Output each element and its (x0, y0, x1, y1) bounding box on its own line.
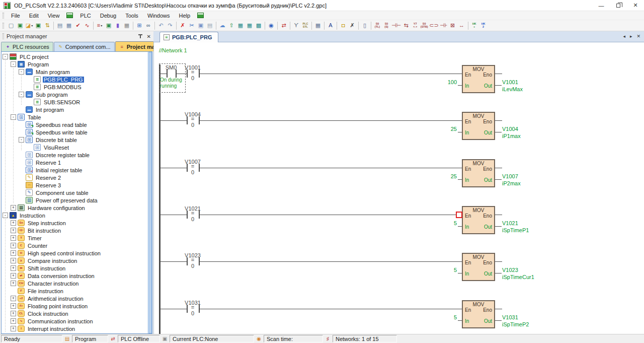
tree-item-initial-register-table[interactable]: ⊞Initial register table (2, 166, 147, 174)
menu-edit[interactable]: Edit (25, 12, 43, 20)
tree-item-table[interactable]: -⊞Table (2, 113, 147, 121)
copy-button[interactable]: ▣ (196, 21, 205, 30)
download-run-button[interactable]: ⇧ (227, 21, 236, 30)
menu-tools[interactable]: Tools (121, 12, 143, 20)
print-button[interactable]: ▦ (64, 21, 73, 30)
tree-expander-icon[interactable]: - (11, 114, 16, 120)
menu-debug[interactable]: Debug (96, 12, 121, 20)
tree-item-communication-instruction[interactable]: +∿Communication instruction (2, 317, 147, 325)
tree-expander-icon[interactable]: + (11, 228, 16, 233)
paste-button[interactable]: ▤ (205, 21, 214, 30)
tree-item-pgb-plc-prg[interactable]: ≣PGB:PLC_PRG (2, 76, 147, 83)
edit-chart-button[interactable]: ∿ (83, 21, 92, 30)
tree-item-high-speed-control-instruction[interactable]: +HHigh speed control instruction (2, 249, 147, 257)
font-button[interactable]: A (326, 21, 335, 30)
tree-expander-icon[interactable]: - (19, 92, 24, 97)
monitor-table2-button[interactable]: ▦ (245, 21, 254, 30)
tree-item-speedbus-write-table[interactable]: ⊞Speedbus write table (2, 128, 147, 136)
menu-plc[interactable]: PLC (75, 12, 95, 20)
tree-item-step-instruction[interactable]: +SnStep instruction (2, 219, 147, 227)
tree-item-counter[interactable]: +CCounter (2, 242, 147, 249)
tree-item-int-program[interactable]: ▬Int program (2, 106, 147, 113)
display-button[interactable]: ▦ (122, 21, 131, 30)
tree-expander-icon[interactable]: + (11, 258, 16, 263)
tree-expander-icon[interactable]: + (11, 243, 16, 248)
save-button[interactable]: ▣ (34, 21, 43, 30)
new-project-button[interactable]: ▣ (16, 21, 25, 30)
stl-stb-button[interactable]: S0(STB) (420, 21, 429, 30)
insert-element-button[interactable]: ↔ (457, 21, 466, 30)
tree-item-component-use-table[interactable]: ✎Component use table (2, 189, 147, 196)
stl-s-button[interactable]: S0(S) (382, 21, 391, 30)
wire-tool-button[interactable]: Ƴ (292, 21, 301, 30)
tree-item-hardware-configuration[interactable]: +▦Hardware configuration (2, 204, 147, 212)
tree-item-file-instruction[interactable]: FFile instruction (2, 287, 147, 295)
tree-item-arithmetical-instruction[interactable]: ++2Arithmetical instruction (2, 295, 147, 302)
menu-help[interactable]: Help (175, 12, 195, 20)
pin-icon[interactable] (138, 34, 143, 39)
check-program-button[interactable]: ✔ (73, 21, 83, 30)
delete-network-button[interactable]: ✗ (348, 21, 357, 30)
mov-block[interactable]: MOVEnEnoInOut (462, 300, 495, 328)
redo-button[interactable]: ↷ (166, 21, 175, 30)
tree-scrollbar-thumb[interactable] (148, 52, 152, 333)
tree-item-program[interactable]: -▦Program (2, 60, 147, 68)
coil-y-button[interactable]: Y7< > (411, 21, 420, 30)
tree-expander-icon[interactable]: - (19, 69, 24, 75)
mov-block[interactable]: MOVEnEnoInOut (462, 112, 495, 140)
tree-expander-icon[interactable]: + (11, 265, 16, 271)
sidebar-close-icon[interactable]: ✕ (147, 34, 151, 39)
io-wiring-button[interactable]: ⇄ (279, 21, 288, 30)
contact-no-button[interactable]: ⊣⊢ (391, 21, 401, 30)
program-library-button[interactable]: ≡▾ (95, 21, 104, 30)
tree-item-character-instruction[interactable]: +CHCharacter instruction (2, 280, 147, 287)
mov-block[interactable]: MOVEnEnoInOut (462, 65, 495, 93)
monitor-table3-button[interactable]: ▩ (254, 21, 263, 30)
plc-window-icon[interactable] (66, 13, 73, 18)
stl-tl-button[interactable]: S0(TL) (373, 21, 382, 30)
tree-item-reserve-2[interactable]: ✎Reserve 2 (2, 174, 147, 181)
ladder-editor[interactable]: //Network 1 SM0On duringrunningV1001=0MO… (153, 42, 644, 334)
tree-item-reserve-3[interactable]: ▭Reserve 3 (2, 181, 147, 189)
tab-next-icon[interactable]: ▸ (630, 34, 632, 39)
tree-item-interrupt-instruction[interactable]: +IInterrupt instruction (2, 325, 147, 332)
tree-expander-icon[interactable]: + (11, 303, 16, 309)
menu-windows[interactable]: Windows (143, 12, 175, 20)
new-file-button[interactable]: ▢ (7, 21, 16, 30)
batch-monitor-button[interactable]: ▦ (313, 21, 323, 30)
tree-expander-icon[interactable]: - (11, 61, 16, 67)
tree-expander-icon[interactable]: + (11, 235, 16, 241)
hk-edit-button[interactable]: HK2 (479, 21, 488, 30)
tree-expander-icon[interactable]: - (3, 54, 8, 59)
tree-item-pgb-modbus[interactable]: ≣PGB:MODBUS (2, 83, 147, 91)
tree-expander-icon[interactable]: + (11, 250, 16, 256)
hardware-monitor-button[interactable]: ▣ (104, 21, 113, 30)
cut-button[interactable]: ✂ (187, 21, 196, 30)
sidebar-tab-component-com[interactable]: ✎Component com... (54, 42, 115, 51)
tree-item-discrete-register-table[interactable]: ⊞Discrete register table (2, 151, 147, 159)
undo-button[interactable]: ↶ (156, 21, 166, 30)
print-preview-button[interactable]: ▤ (55, 21, 64, 30)
tree-item-discrete-bit-table[interactable]: -⊞Discrete bit table (2, 136, 147, 144)
minimize-button[interactable]: — (593, 0, 610, 11)
delete-button[interactable]: ✗ (178, 21, 187, 30)
tree-item-clock-instruction[interactable]: +CLClock instruction (2, 310, 147, 317)
restore-button[interactable] (610, 0, 627, 11)
tree-expander-icon[interactable]: + (11, 273, 16, 279)
tree-item-bit-instruction[interactable]: +⊣⊢Bit instruction (2, 227, 147, 234)
mov-block[interactable]: MOVEnEnoInOut (462, 206, 495, 234)
memory-card-button[interactable]: ▮ (113, 21, 122, 30)
monitor-table1-button[interactable]: ▦ (236, 21, 245, 30)
menu-view[interactable]: View (43, 12, 64, 20)
close-button[interactable]: ✕ (627, 0, 644, 11)
tree-item-speedbus-read-table[interactable]: ⊞Speedbus read table (2, 121, 147, 128)
coil-out-button[interactable]: ⊂⊃ (429, 21, 439, 30)
tree-expander-icon[interactable]: + (11, 296, 16, 301)
mov-block[interactable]: MOVEnEnoInOut (462, 253, 495, 281)
tree-item-visureset[interactable]: ⊞VisuReset (2, 144, 147, 151)
tab-prev-icon[interactable]: ◂ (623, 34, 625, 39)
tree-item-power-off-preserved-data[interactable]: ▥Power off preserved data (2, 196, 147, 204)
tree-expander-icon[interactable]: + (11, 205, 16, 211)
hk-insert-button[interactable]: HK+ (470, 21, 479, 30)
tree-scrollbar[interactable] (147, 52, 152, 333)
